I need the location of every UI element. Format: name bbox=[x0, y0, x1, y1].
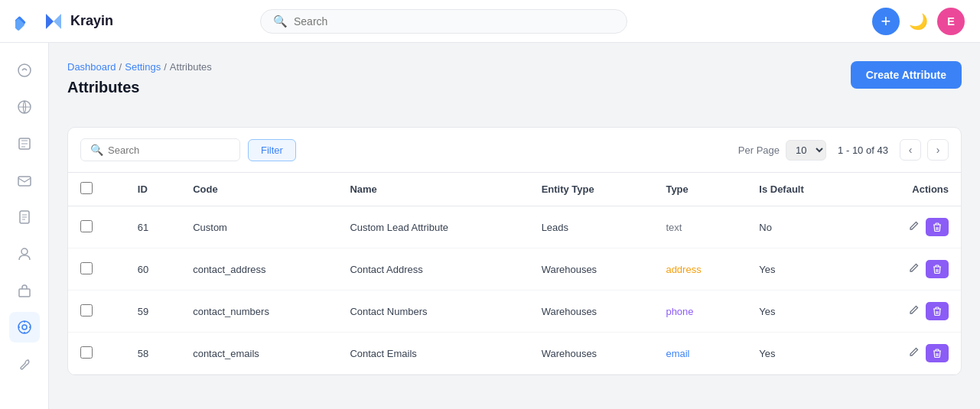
row-checkbox[interactable] bbox=[80, 262, 93, 274]
row-checkbox-cell bbox=[68, 291, 125, 333]
svg-marker-2 bbox=[46, 14, 54, 29]
table-row: 61 Custom Custom Lead Attribute Leads te… bbox=[68, 206, 961, 248]
row-name: Custom Lead Attribute bbox=[337, 206, 529, 248]
next-page-button[interactable]: › bbox=[927, 139, 949, 161]
row-checkbox-cell bbox=[68, 248, 125, 291]
table-row: 58 contact_emails Contact Emails Warehou… bbox=[68, 333, 961, 375]
row-checkbox[interactable] bbox=[80, 304, 93, 316]
th-name: Name bbox=[337, 173, 529, 206]
row-type: address bbox=[653, 248, 747, 291]
row-is-default: Yes bbox=[747, 333, 855, 375]
prev-page-button[interactable]: ‹ bbox=[900, 139, 921, 161]
sidebar-item-settings[interactable] bbox=[9, 312, 40, 342]
svg-rect-7 bbox=[18, 177, 31, 186]
row-entity-type: Warehouses bbox=[529, 333, 654, 375]
row-actions bbox=[855, 291, 961, 333]
delete-button[interactable] bbox=[926, 260, 949, 278]
avatar[interactable]: E bbox=[937, 8, 965, 35]
row-id: 58 bbox=[125, 333, 181, 375]
row-code: contact_numbers bbox=[181, 291, 337, 333]
edit-button[interactable] bbox=[905, 343, 923, 363]
edit-button[interactable] bbox=[905, 259, 923, 279]
create-attribute-button[interactable]: Create Attribute bbox=[851, 61, 962, 89]
svg-point-12 bbox=[22, 325, 27, 329]
table-header-row: ID Code Name Entity Type Type Is Default… bbox=[68, 173, 961, 206]
page-header: Dashboard / Settings / Attributes Attrib… bbox=[67, 61, 962, 112]
row-actions bbox=[855, 206, 961, 248]
sidebar-item-tasks[interactable] bbox=[9, 128, 40, 159]
breadcrumb-settings[interactable]: Settings bbox=[125, 61, 161, 73]
global-search-input[interactable] bbox=[294, 15, 614, 28]
row-checkbox-cell bbox=[68, 206, 125, 248]
row-id: 59 bbox=[125, 291, 181, 333]
tools-icon bbox=[17, 356, 32, 372]
table-toolbar: 🔍 Filter Per Page 10 25 50 1 - 10 of 43 … bbox=[68, 128, 961, 173]
table-row: 60 contact_address Contact Address Wareh… bbox=[68, 248, 961, 291]
edit-button[interactable] bbox=[905, 301, 923, 321]
svg-rect-10 bbox=[19, 289, 30, 297]
svg-point-11 bbox=[18, 321, 31, 333]
row-actions bbox=[855, 248, 961, 291]
sidebar-item-products[interactable] bbox=[9, 275, 40, 306]
breadcrumb: Dashboard / Settings / Attributes bbox=[67, 61, 212, 73]
th-type: Type bbox=[653, 173, 747, 206]
delete-button[interactable] bbox=[926, 344, 949, 362]
pagination-info: 1 - 10 of 43 bbox=[832, 144, 894, 156]
table-header: ID Code Name Entity Type Type Is Default… bbox=[68, 173, 961, 206]
row-name: Contact Emails bbox=[337, 333, 529, 375]
th-actions: Actions bbox=[855, 173, 961, 206]
sidebar-item-mail[interactable] bbox=[9, 165, 40, 196]
sidebar-item-contacts[interactable] bbox=[9, 239, 40, 269]
row-name: Contact Address bbox=[337, 248, 529, 291]
select-all-checkbox[interactable] bbox=[80, 182, 93, 194]
row-entity-type: Warehouses bbox=[529, 291, 654, 333]
breadcrumb-sep-2: / bbox=[164, 61, 167, 73]
delete-button[interactable] bbox=[926, 302, 949, 320]
app-name: Krayin bbox=[70, 13, 113, 29]
row-id: 61 bbox=[125, 206, 181, 248]
table-body: 61 Custom Custom Lead Attribute Leads te… bbox=[68, 206, 961, 375]
delete-button[interactable] bbox=[926, 218, 949, 236]
contacts-icon bbox=[17, 246, 32, 261]
add-button[interactable]: + bbox=[872, 8, 900, 35]
table-row: 59 contact_numbers Contact Numbers Wareh… bbox=[68, 291, 961, 333]
sidebar-item-tools[interactable] bbox=[9, 349, 40, 379]
row-type: text bbox=[653, 206, 747, 248]
breadcrumb-current: Attributes bbox=[170, 61, 212, 73]
web-icon bbox=[17, 99, 32, 115]
per-page-label: Per Page bbox=[738, 144, 780, 156]
th-entity-type: Entity Type bbox=[529, 173, 654, 206]
attributes-table: ID Code Name Entity Type Type Is Default… bbox=[68, 173, 961, 375]
edit-button[interactable] bbox=[905, 217, 923, 237]
table-search-wrap[interactable]: 🔍 bbox=[80, 138, 240, 161]
breadcrumb-dashboard[interactable]: Dashboard bbox=[67, 61, 116, 73]
row-type: email bbox=[653, 333, 747, 375]
sidebar bbox=[0, 43, 49, 409]
row-checkbox[interactable] bbox=[80, 220, 93, 232]
row-entity-type: Warehouses bbox=[529, 248, 654, 291]
svg-marker-3 bbox=[54, 14, 61, 29]
theme-toggle-icon[interactable]: 🌙 bbox=[909, 12, 928, 31]
row-checkbox[interactable] bbox=[80, 346, 93, 359]
row-is-default: No bbox=[747, 206, 855, 248]
th-checkbox bbox=[68, 173, 125, 206]
row-code: contact_emails bbox=[181, 333, 337, 375]
row-is-default: Yes bbox=[747, 291, 855, 333]
sidebar-item-calls[interactable] bbox=[9, 55, 40, 86]
row-id: 60 bbox=[125, 248, 181, 291]
search-icon: 🔍 bbox=[273, 15, 288, 28]
main-content: Dashboard / Settings / Attributes Attrib… bbox=[49, 43, 980, 409]
notes-icon bbox=[17, 209, 32, 225]
page-title: Attributes bbox=[67, 79, 212, 96]
table-search-input[interactable] bbox=[108, 144, 230, 156]
search-icon: 🔍 bbox=[90, 144, 103, 156]
filter-button[interactable]: Filter bbox=[248, 139, 296, 161]
per-page-select[interactable]: 10 25 50 bbox=[786, 140, 826, 161]
calls-icon bbox=[17, 63, 32, 78]
sidebar-item-web[interactable] bbox=[9, 92, 40, 122]
sidebar-item-notes[interactable] bbox=[9, 202, 40, 232]
nav-right: + 🌙 E bbox=[872, 8, 965, 35]
global-search-bar[interactable]: 🔍 bbox=[260, 9, 627, 34]
row-code: contact_address bbox=[181, 248, 337, 291]
attributes-card: 🔍 Filter Per Page 10 25 50 1 - 10 of 43 … bbox=[67, 127, 962, 375]
